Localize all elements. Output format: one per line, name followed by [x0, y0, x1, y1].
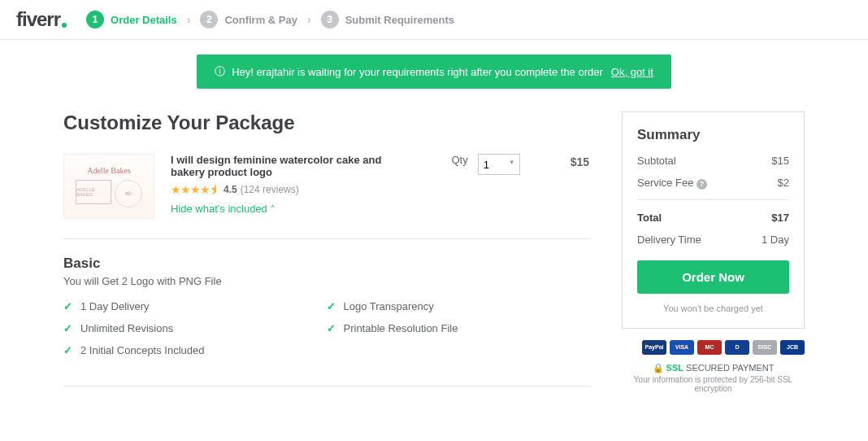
feature-label: 2 Initial Concepts Included [80, 344, 204, 356]
notice-text: Hey! erajtahir is waiting for your requi… [232, 66, 603, 78]
no-charge-note: You won't be charged yet [637, 303, 789, 313]
step-confirm-pay[interactable]: 2 Confirm & Pay [200, 11, 297, 28]
notice-bar-wrap: ⓘ Hey! erajtahir is waiting for your req… [0, 55, 868, 89]
step-submit-requirements[interactable]: 3 Submit Requirements [321, 11, 454, 28]
divider [637, 199, 789, 200]
package-block: Basic You will Get 2 Logo with PNG File … [63, 255, 589, 386]
step-order-details[interactable]: 1 Order Details [86, 11, 177, 28]
mastercard-icon: MC [697, 340, 722, 355]
check-icon: ✓ [63, 300, 72, 312]
lock-icon: 🔒 [653, 363, 664, 373]
feature-item: ✓Printable Resolution File [327, 322, 590, 334]
ssl-line: 🔒 SSL SECURED PAYMENT [622, 363, 805, 373]
breadcrumb-steps: 1 Order Details › 2 Confirm & Pay › 3 Su… [86, 11, 454, 28]
qty-select[interactable]: 1 [478, 154, 520, 175]
feature-label: Printable Resolution File [344, 322, 458, 334]
ssl-sub: Your information is protected by 256-bit… [622, 375, 805, 393]
ssl-rest: SECURED PAYMENT [686, 363, 774, 373]
total-label: Total [637, 212, 662, 224]
subtotal-label: Subtotal [637, 155, 676, 167]
check-icon: ✓ [63, 344, 72, 356]
page-title: Customize Your Package [63, 111, 589, 134]
qty-label: Qty [451, 154, 467, 166]
step-number: 2 [200, 11, 218, 28]
service-fee-label: Service Fee ? [637, 177, 707, 190]
package-description: You will Get 2 Logo with PNG File [63, 275, 589, 287]
stars-icon: ★★★★⯨ [171, 183, 220, 196]
info-icon[interactable]: ? [697, 179, 707, 190]
service-fee-value: $2 [778, 177, 789, 190]
gig-rating: ★★★★⯨ 4.5 (124 reviews) [171, 183, 435, 196]
jcb-icon: JCB [780, 340, 805, 355]
step-label: Submit Requirements [345, 14, 454, 26]
delivery-label: Delivery Time [637, 234, 701, 246]
feature-item: ✓1 Day Delivery [63, 300, 327, 312]
paypal-icon: PayPal [642, 340, 666, 355]
step-label: Confirm & Pay [224, 14, 297, 26]
info-icon: ⓘ [215, 64, 225, 79]
discover-icon: DISC [753, 340, 777, 355]
feature-item: ✓Logo Transparency [327, 300, 590, 312]
check-icon: ✓ [327, 300, 336, 312]
step-number: 1 [86, 11, 104, 28]
chevron-right-icon: › [187, 13, 191, 26]
gig-title: I will design feminine watercolor cake a… [171, 154, 414, 178]
notice-dismiss-link[interactable]: Ok, got it [611, 66, 653, 78]
feature-label: Unlimited Revisions [80, 322, 173, 334]
gig-row: Adelle Bakes ADELLE BAKES ab I will desi… [63, 154, 589, 239]
check-icon: ✓ [327, 322, 336, 334]
logo[interactable]: fiverr [16, 8, 67, 31]
diners-icon: D [725, 340, 749, 355]
feature-item: ✓Unlimited Revisions [63, 322, 327, 334]
feature-label: Logo Transparency [344, 300, 434, 312]
header: fiverr 1 Order Details › 2 Confirm & Pay… [0, 0, 868, 40]
chevron-up-icon: ˄ [271, 204, 275, 213]
ssl-label: SSL [666, 363, 684, 373]
step-number: 3 [321, 11, 339, 28]
subtotal-value: $15 [771, 155, 789, 167]
summary-title: Summary [637, 127, 789, 143]
step-label: Order Details [111, 14, 177, 26]
chevron-right-icon: › [307, 13, 311, 26]
hide-included-toggle[interactable]: Hide what's included ˄ [171, 203, 275, 215]
gig-thumbnail: Adelle Bakes ADELLE BAKES ab [63, 154, 154, 219]
logo-dot-icon [62, 23, 67, 28]
delivery-value: 1 Day [762, 234, 789, 246]
feature-label: 1 Day Delivery [80, 300, 150, 312]
order-now-button[interactable]: Order Now [637, 260, 789, 294]
logo-text: fiverr [16, 8, 60, 31]
rating-value: 4.5 [224, 184, 237, 195]
payment-icons: PayPal VISA MC D DISC JCB [622, 340, 805, 355]
total-value: $17 [771, 212, 789, 224]
feature-item: ✓2 Initial Concepts Included [63, 344, 327, 356]
check-icon: ✓ [63, 322, 72, 334]
package-name: Basic [63, 255, 589, 272]
hide-included-label: Hide what's included [171, 203, 267, 215]
visa-icon: VISA [670, 340, 694, 355]
review-count: (124 reviews) [241, 184, 299, 195]
summary-box: Summary Subtotal $15 Service Fee ? $2 To… [622, 111, 805, 329]
notice-bar: ⓘ Hey! erajtahir is waiting for your req… [197, 55, 671, 89]
gig-price: $15 [571, 155, 589, 168]
